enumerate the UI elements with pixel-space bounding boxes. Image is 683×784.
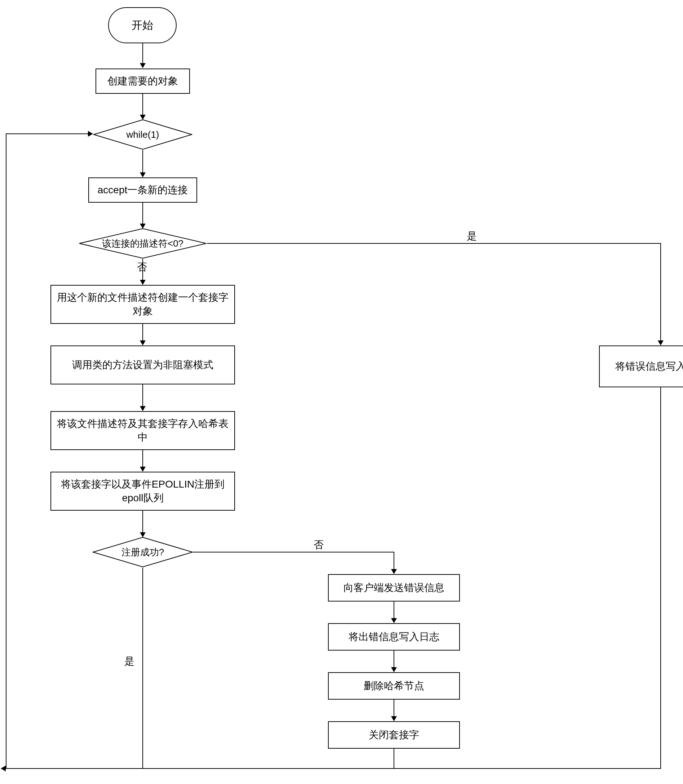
arrowhead-down-icon	[658, 341, 664, 345]
edge	[143, 450, 143, 467]
node-register-ok: 注册成功?	[92, 537, 193, 568]
edge-label-no: 否	[137, 260, 147, 274]
node-new-socket-label: 用这个新的文件描述符创建一个套接字对象	[57, 291, 229, 318]
node-fd-lt0-label: 该连接的描述符<0?	[102, 237, 183, 250]
node-write-err2-label: 将出错信息写入日志	[348, 630, 439, 644]
node-fd-lt0: 该连接的描述符<0?	[79, 228, 207, 259]
node-while: while(1)	[93, 119, 192, 150]
edge	[660, 387, 661, 769]
arrowhead-down-icon	[391, 716, 397, 721]
node-del-hash: 删除哈希节点	[328, 672, 460, 700]
arrowhead-down-icon	[391, 667, 397, 672]
node-start: 开始	[108, 7, 176, 43]
node-send-err: 向客户端发送错误信息	[328, 574, 460, 601]
edge	[207, 243, 661, 244]
node-create-obj: 创建需要的对象	[96, 69, 190, 94]
edge	[660, 243, 661, 341]
arrowhead-down-icon	[140, 63, 146, 68]
edge	[394, 749, 394, 769]
node-while-label: while(1)	[126, 129, 159, 140]
arrowhead-down-icon	[140, 406, 146, 411]
edge	[394, 552, 394, 569]
arrowhead-down-icon	[391, 618, 397, 623]
node-write-err2: 将出错信息写入日志	[328, 623, 460, 651]
node-err-log-right: 将错误信息写入日志	[599, 345, 683, 387]
edge	[143, 324, 143, 341]
node-accept: accept一条新的连接	[88, 177, 197, 202]
arrowhead-right-icon	[88, 131, 93, 137]
edge	[143, 511, 143, 532]
edge-label-no: 否	[314, 538, 324, 552]
node-close-sock-label: 关闭套接字	[369, 728, 419, 742]
node-accept-label: accept一条新的连接	[98, 183, 188, 197]
edge	[143, 94, 143, 115]
edge	[394, 700, 394, 716]
node-hash-store: 将该文件描述符及其套接字存入哈希表中	[50, 411, 235, 450]
arrowhead-down-icon	[391, 569, 397, 574]
node-set-nonblock-label: 调用类的方法设置为非阻塞模式	[72, 358, 213, 372]
flowchart-canvas: 开始 创建需要的对象 while(1) accept一条新的连接 该连接的描述符…	[0, 0, 683, 784]
arrowhead-left-icon	[1, 766, 6, 771]
node-new-socket: 用这个新的文件描述符创建一个套接字对象	[50, 285, 235, 324]
node-del-hash-label: 删除哈希节点	[364, 679, 424, 693]
node-close-sock: 关闭套接字	[328, 721, 460, 749]
arrowhead-down-icon	[140, 280, 146, 285]
node-hash-store-label: 将该文件描述符及其套接字存入哈希表中	[57, 417, 229, 444]
node-epoll-register-label: 将该套接字以及事件EPOLLIN注册到epoll队列	[57, 477, 229, 505]
node-start-label: 开始	[131, 18, 153, 33]
edge	[143, 568, 143, 769]
edge	[143, 43, 143, 63]
edge-left-bus	[6, 133, 6, 769]
node-set-nonblock: 调用类的方法设置为非阻塞模式	[50, 345, 235, 384]
edge-label-yes: 是	[124, 654, 135, 668]
edge-label-yes: 是	[467, 229, 477, 243]
edge-bottom-bus	[6, 768, 661, 769]
edge	[143, 259, 143, 280]
arrowhead-down-icon	[140, 172, 146, 177]
node-send-err-label: 向客户端发送错误信息	[343, 581, 444, 594]
edge	[6, 133, 88, 134]
edge	[143, 384, 143, 406]
node-register-ok-label: 注册成功?	[122, 546, 164, 559]
edge	[193, 552, 394, 553]
node-epoll-register: 将该套接字以及事件EPOLLIN注册到epoll队列	[50, 472, 235, 511]
node-create-obj-label: 创建需要的对象	[107, 74, 178, 88]
edge	[143, 202, 143, 223]
edge	[394, 651, 394, 667]
arrowhead-down-icon	[140, 467, 146, 472]
edge	[394, 601, 394, 618]
node-err-log-right-label: 将错误信息写入日志	[615, 360, 683, 373]
edge	[143, 150, 143, 172]
arrowhead-down-icon	[140, 341, 146, 345]
